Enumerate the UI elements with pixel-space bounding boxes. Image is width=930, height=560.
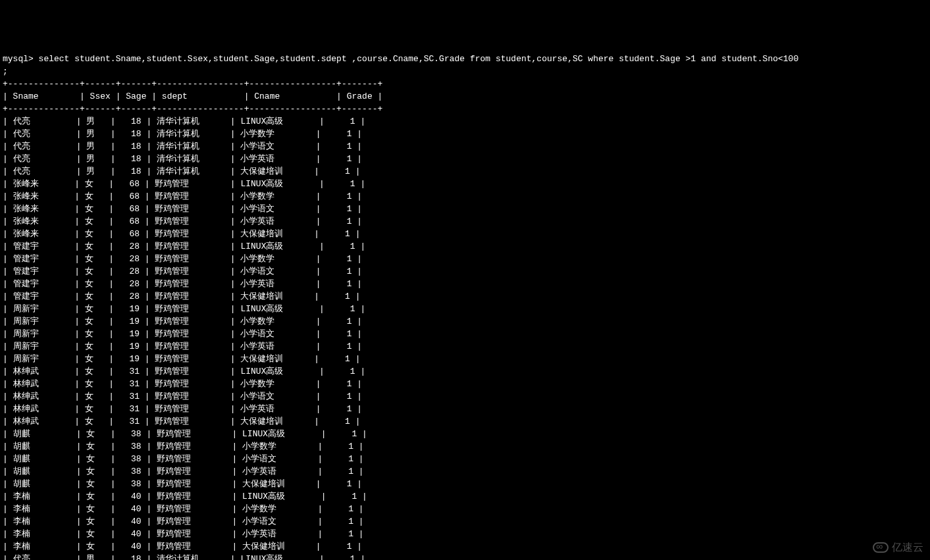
watermark: 亿速云 (873, 541, 923, 553)
watermark-text: 亿速云 (892, 541, 923, 553)
mysql-terminal[interactable]: mysql> select student.Sname,student.Ssex… (3, 53, 927, 560)
watermark-icon (873, 542, 889, 553)
